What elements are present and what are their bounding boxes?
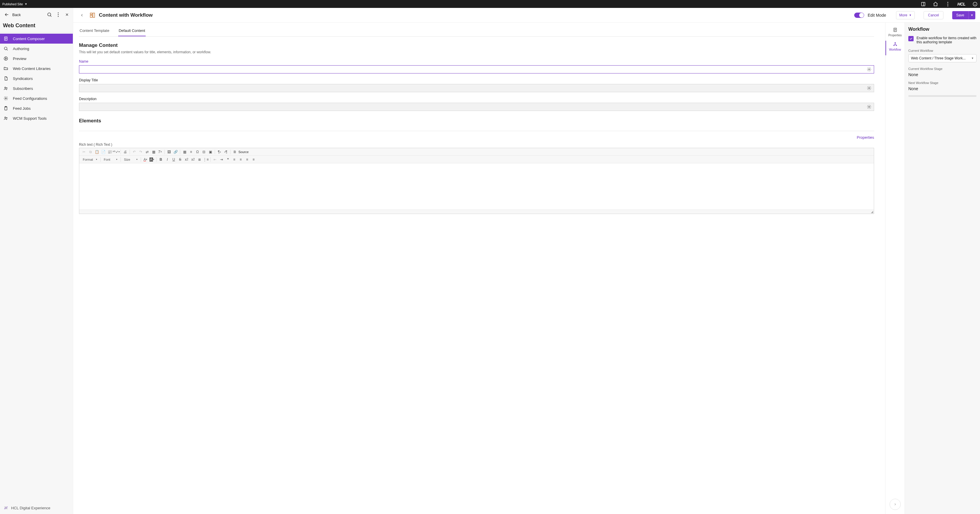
midnav-label: Properties (888, 34, 902, 37)
description-settings-button[interactable] (866, 104, 872, 110)
source-icon[interactable]: 🗎 (232, 149, 238, 155)
cancel-button[interactable]: Cancel (924, 11, 943, 19)
richtext-editor: ✂ ⧉ 📋 📄 📰 ᵃᵇ✓▾ 🖨 ↶ ↷ ⇄ ▦ T× (79, 148, 874, 214)
italic-icon[interactable]: I (164, 156, 170, 163)
search-icon[interactable] (46, 12, 52, 18)
rtl-icon[interactable]: ‹¶ (223, 149, 229, 155)
name-label: Name (79, 59, 874, 64)
home-icon[interactable] (933, 2, 938, 7)
redo-icon[interactable]: ↷ (138, 149, 144, 155)
arrow-left-icon (4, 12, 10, 17)
save-button[interactable]: Save (952, 11, 968, 19)
element-properties-link[interactable]: Properties (79, 135, 874, 140)
sidebar-item-support-tools[interactable]: WCM Support Tools (0, 113, 73, 123)
strike-icon[interactable]: S (177, 156, 183, 163)
expand-panel-button[interactable] (889, 499, 901, 510)
textcolor-icon[interactable]: A▾ (142, 156, 148, 163)
link-icon[interactable]: 🔗 (173, 149, 178, 155)
remove-format-icon[interactable]: T× (157, 149, 163, 155)
sidebar-item-content-composer[interactable]: Content Composer (0, 34, 73, 44)
tab-default-content[interactable]: Default Content (118, 26, 146, 36)
sidebar-item-syndicators[interactable]: Syndicators (0, 73, 73, 83)
tab-label: Content Template (80, 29, 110, 33)
ul-icon[interactable]: ⋮≡ (203, 156, 209, 163)
midnav-properties[interactable]: Properties (886, 25, 905, 39)
sidebar-item-label: Feed Jobs (13, 106, 31, 111)
spellcheck-icon[interactable]: ᵃᵇ✓▾ (113, 149, 119, 155)
sidebar-item-authoring[interactable]: Authoring (0, 44, 73, 54)
enable-workflow-checkbox[interactable] (908, 36, 913, 41)
underline-icon[interactable]: U (171, 156, 177, 163)
current-workflow-select[interactable]: Web Content / Three Stage Work... ▼ (908, 54, 977, 62)
sidebar-item-preview[interactable]: Preview (0, 54, 73, 64)
format-select[interactable]: Format▾ (81, 156, 99, 163)
svg-point-14 (5, 98, 6, 99)
paste-icon[interactable]: 📋 (94, 149, 100, 155)
name-settings-button[interactable] (866, 67, 872, 72)
pagebreak-icon[interactable]: ⊟ (201, 149, 207, 155)
hr-icon[interactable]: ≡ (188, 149, 194, 155)
find-replace-icon[interactable]: ⇄ (144, 149, 150, 155)
sidebar-item-label: Content Composer (13, 37, 45, 41)
copy-icon[interactable]: ⧉ (88, 149, 93, 155)
svg-point-7 (58, 14, 59, 15)
page-back-button[interactable] (78, 11, 86, 19)
undo-icon[interactable]: ↶ (131, 149, 137, 155)
ol-icon[interactable]: ≣ (197, 156, 202, 163)
ltr-icon[interactable]: ¶› (216, 149, 222, 155)
select-all-icon[interactable]: ▦ (151, 149, 156, 155)
panel-icon[interactable] (921, 2, 926, 7)
info-icon[interactable] (972, 2, 978, 7)
more-vert-icon[interactable] (945, 2, 950, 7)
align-justify-icon[interactable]: ≡ (251, 156, 256, 163)
save-dropdown-button[interactable]: ▼ (968, 11, 975, 19)
bold-icon[interactable]: B (158, 156, 164, 163)
paste-word-icon[interactable]: 📰 (107, 149, 113, 155)
align-left-icon[interactable]: ≡ (231, 156, 237, 163)
richtext-body[interactable] (79, 163, 874, 209)
font-select[interactable]: Font▾ (102, 156, 119, 163)
properties-icon (892, 27, 898, 32)
outdent-icon[interactable]: ⇤ (212, 156, 218, 163)
align-center-icon[interactable]: ≡ (238, 156, 244, 163)
close-icon[interactable] (64, 12, 70, 18)
subscript-icon[interactable]: x2 (184, 156, 189, 163)
edit-mode-toggle[interactable] (854, 13, 864, 18)
display-title-input[interactable] (81, 84, 866, 92)
sidebar-item-feed-config[interactable]: Feed Configurations (0, 93, 73, 103)
table-icon[interactable]: ▦ (182, 149, 188, 155)
sidebar-item-libraries[interactable]: Web Content Libraries (0, 64, 73, 73)
bgcolor-icon[interactable]: A▾ (149, 156, 155, 163)
indent-icon[interactable]: ⇥ (218, 156, 224, 163)
more-button[interactable]: More ▼ (896, 11, 915, 19)
superscript-icon[interactable]: x2 (190, 156, 196, 163)
midnav-workflow[interactable]: Workflow (886, 39, 905, 54)
name-input[interactable] (81, 65, 866, 73)
more-vert-icon[interactable] (55, 12, 61, 18)
iframe-icon[interactable]: ▣ (207, 149, 213, 155)
align-right-icon[interactable]: ≡ (244, 156, 250, 163)
published-site-selector[interactable]: Published Site ▼ (2, 2, 27, 6)
tab-label: Default Content (119, 29, 145, 33)
current-workflow-value: Web Content / Three Stage Work... (911, 56, 966, 60)
cut-icon[interactable]: ✂ (81, 149, 87, 155)
back-button[interactable]: Back (4, 12, 21, 17)
display-title-label: Display Title (79, 78, 874, 82)
chevron-down-icon: ▼ (909, 14, 912, 17)
blockquote-icon[interactable]: ❝ (225, 156, 231, 163)
paste-text-icon[interactable]: 📄 (100, 149, 106, 155)
print-icon[interactable]: 🖨 (122, 149, 128, 155)
svg-point-23 (869, 88, 870, 89)
sidebar-item-feed-jobs[interactable]: Feed Jobs (0, 103, 73, 113)
sidebar-item-label: Subscribers (13, 86, 33, 91)
specialchar-icon[interactable]: Ω (194, 149, 200, 155)
tab-content-template[interactable]: Content Template (79, 26, 110, 36)
font-label: Font (104, 158, 110, 161)
size-select[interactable]: Size▾ (122, 156, 139, 163)
resize-grip-icon[interactable]: ◢ (871, 210, 873, 213)
sidebar-item-subscribers[interactable]: Subscribers (0, 83, 73, 93)
search-icon (3, 46, 9, 51)
image-icon[interactable]: 🖼 (166, 149, 172, 155)
display-title-settings-button[interactable] (866, 85, 872, 91)
description-input[interactable] (81, 103, 866, 111)
